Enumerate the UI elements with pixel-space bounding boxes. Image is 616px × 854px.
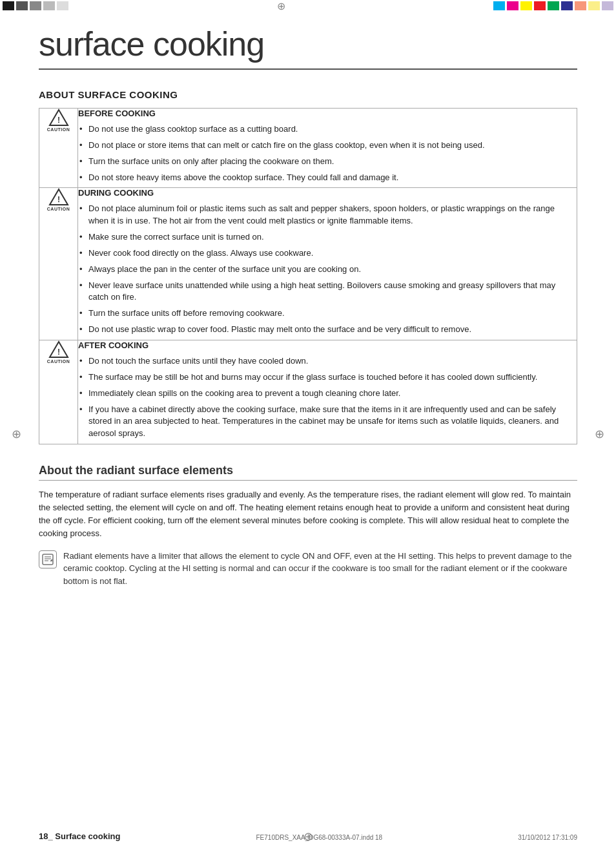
right-reg-mark: ⊕ [595, 427, 604, 441]
note-icon [39, 550, 57, 568]
swatch-magenta [507, 1, 518, 10]
after-cooking-content: AFTER COOKING Do not touch the surface u… [78, 340, 577, 444]
list-item: The surface may be still be hot and burn… [78, 371, 577, 384]
list-item: Do not place aluminum foil or plastic it… [78, 203, 577, 227]
svg-text:!: ! [57, 116, 60, 125]
after-cooking-list: Do not touch the surface units until the… [78, 355, 577, 440]
swatch-dk-gray [16, 1, 28, 10]
during-cooking-title: DURING COOKING [78, 188, 577, 198]
before-cooking-caution-icon: ! CAUTION [39, 109, 77, 132]
before-cooking-list: Do not use the glass cooktop surface as … [78, 123, 577, 183]
during-cooking-row: ! CAUTION DURING COOKING Do not place al… [39, 188, 577, 340]
swatch-md-gray [30, 1, 41, 10]
after-cooking-icon-cell: ! CAUTION [39, 340, 78, 444]
after-cooking-caution-icon: ! CAUTION [39, 340, 77, 364]
swatch-black [3, 1, 14, 10]
left-reg-mark: ⊕ [12, 427, 21, 441]
after-cooking-caution-label: CAUTION [47, 359, 70, 364]
swatch-lt-gray [43, 1, 55, 10]
about-surface-cooking-heading: ABOUT SURFACE COOKING [39, 89, 577, 100]
note-text: Radiant elements have a limiter that all… [63, 550, 577, 588]
swatch-lt-purple [602, 1, 613, 10]
during-cooking-icon-cell: ! CAUTION [39, 188, 78, 340]
before-cooking-content: BEFORE COOKING Do not use the glass cook… [78, 109, 577, 188]
during-cooking-caution-label: CAUTION [47, 207, 70, 211]
list-item: Never leave surface units unattended whi… [78, 280, 577, 304]
footer-page-number: 18_ Surface cooking [39, 831, 120, 841]
list-item: Do not touch the surface units until the… [78, 355, 577, 368]
swatch-lighter-gray [57, 1, 68, 10]
list-item: Do not use the glass cooktop surface as … [78, 123, 577, 136]
swatch-red [534, 1, 546, 10]
left-swatches [0, 0, 71, 12]
caution-table: ! CAUTION BEFORE COOKING Do not use the … [39, 108, 577, 444]
list-item: Make sure the correct surface unit is tu… [78, 231, 577, 244]
caution-triangle-after: ! [48, 340, 69, 359]
caution-triangle-during: ! [48, 188, 69, 206]
swatch-cyan [493, 1, 505, 10]
svg-rect-6 [43, 554, 53, 565]
page-title: surface cooking [39, 25, 577, 70]
radiant-section-heading: About the radiant surface elements [39, 464, 577, 481]
swatch-pink [575, 1, 586, 10]
list-item: Do not store heavy items above the cookt… [78, 172, 577, 184]
svg-text:!: ! [57, 195, 60, 204]
swatch-green [548, 1, 559, 10]
list-item: Do not use plastic wrap to cover food. P… [78, 324, 577, 336]
caution-triangle-before: ! [48, 109, 69, 127]
after-cooking-title: AFTER COOKING [78, 340, 577, 350]
before-cooking-caution-label: CAUTION [47, 127, 70, 132]
list-item: If you have a cabinet directly above the… [78, 404, 577, 441]
during-cooking-content: DURING COOKING Do not place aluminum foi… [78, 188, 577, 340]
footer-date: 31/10/2012 17:31:09 [518, 834, 577, 841]
list-item: Turn the surface units off before removi… [78, 307, 577, 320]
list-item: Always place the pan in the center of th… [78, 264, 577, 276]
svg-text:!: ! [57, 348, 60, 357]
before-cooking-row: ! CAUTION BEFORE COOKING Do not use the … [39, 109, 577, 188]
before-cooking-title: BEFORE COOKING [78, 109, 577, 118]
during-cooking-caution-icon: ! CAUTION [39, 188, 77, 211]
list-item: Never cook food directly on the glass. A… [78, 247, 577, 260]
note-box: Radiant elements have a limiter that all… [39, 550, 577, 588]
top-color-bar: ⊕ [0, 0, 616, 12]
list-item: Do not place or store items that can mel… [78, 140, 577, 152]
before-cooking-icon-cell: ! CAUTION [39, 109, 78, 188]
swatch-blue [561, 1, 573, 10]
radiant-body-text: The temperature of radiant surface eleme… [39, 488, 577, 541]
swatch-yellow [520, 1, 532, 10]
during-cooking-list: Do not place aluminum foil or plastic it… [78, 203, 577, 336]
page-content: surface cooking ABOUT SURFACE COOKING ! … [0, 12, 616, 613]
top-center-reg: ⊕ [71, 0, 491, 12]
footer-filename: FE710DRS_XAA_DG68-00333A-07.indd 18 [256, 834, 383, 841]
note-pencil-icon [42, 554, 54, 565]
right-swatches [491, 0, 616, 12]
list-item: Turn the surface units on only after pla… [78, 156, 577, 168]
after-cooking-row: ! CAUTION AFTER COOKING Do not touch the… [39, 340, 577, 444]
swatch-lt-yellow [588, 1, 600, 10]
bottom-reg-mark: ⊕ [303, 829, 313, 844]
top-reg-mark: ⊕ [277, 0, 285, 12]
list-item: Immediately clean spills on the cooking … [78, 388, 577, 400]
